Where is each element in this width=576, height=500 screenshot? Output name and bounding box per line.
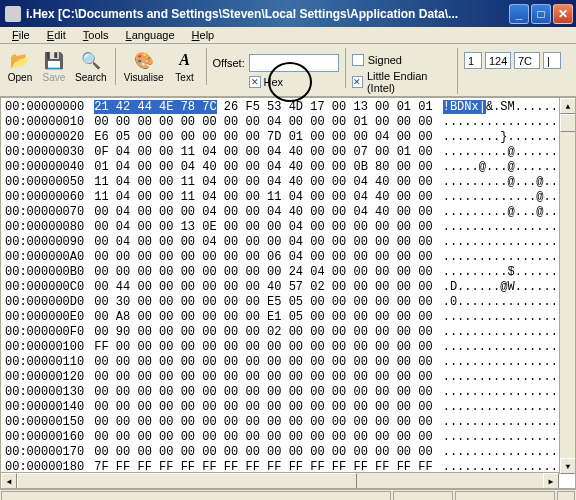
ascii-cell[interactable]: ................ xyxy=(443,445,571,460)
menu-help[interactable]: Help xyxy=(185,27,222,43)
bytes-cell[interactable]: 00 A8 00 00 00 00 00 00 E1 05 00 00 00 0… xyxy=(94,310,442,325)
bytes-cell[interactable]: 00 90 00 00 00 00 00 00 02 00 00 00 00 0… xyxy=(94,325,442,340)
bytes-cell[interactable]: 00 04 00 00 13 0E 00 00 00 04 00 00 00 0… xyxy=(94,220,442,235)
ascii-cell[interactable]: ................ xyxy=(443,250,571,265)
offset-input[interactable] xyxy=(249,54,339,72)
scroll-up-button[interactable]: ▲ xyxy=(560,98,576,114)
bytes-cell[interactable]: 00 00 00 00 00 00 00 00 00 00 00 00 00 0… xyxy=(94,445,442,460)
offset-cell: 00:000000A0 xyxy=(5,250,94,265)
scroll-right-button[interactable]: ▶ xyxy=(543,473,559,489)
ascii-cell[interactable]: .D......@W...... xyxy=(443,280,571,295)
text-button[interactable]: A Text xyxy=(170,48,200,85)
ascii-cell[interactable]: ................ xyxy=(443,385,571,400)
bytes-cell[interactable]: 00 04 00 00 00 04 00 00 00 04 00 00 00 0… xyxy=(94,235,442,250)
offset-cell: 00:000000F0 xyxy=(5,325,94,340)
ascii-cell[interactable]: ........}....... xyxy=(443,130,571,145)
search-button[interactable]: 🔍 Search xyxy=(73,48,109,85)
menu-file[interactable]: File xyxy=(5,27,37,43)
bytes-cell[interactable]: 00 00 00 00 00 00 00 00 00 00 00 00 00 0… xyxy=(94,415,442,430)
offset-cell: 00:00000150 xyxy=(5,415,94,430)
bytes-cell[interactable]: 00 30 00 00 00 00 00 00 E5 05 00 00 00 0… xyxy=(94,295,442,310)
app-icon xyxy=(5,6,21,22)
hex-checkbox-row[interactable]: ✕ Hex xyxy=(249,76,284,88)
ascii-cell[interactable]: .........@...@.. xyxy=(443,175,571,190)
num-input-3[interactable] xyxy=(514,52,540,69)
ascii-cell[interactable]: ................ xyxy=(443,235,571,250)
vertical-scrollbar[interactable]: ▲ ▼ xyxy=(559,98,575,474)
bytes-cell[interactable]: 11 04 00 00 11 04 00 00 11 04 00 00 04 4… xyxy=(94,190,442,205)
bytes-cell[interactable]: 00 00 00 00 00 00 00 00 00 00 00 00 00 0… xyxy=(94,355,442,370)
menu-edit[interactable]: Edit xyxy=(40,27,73,43)
signed-checkbox[interactable] xyxy=(352,54,364,66)
minimize-button[interactable]: _ xyxy=(509,4,529,24)
bytes-cell[interactable]: 00 00 00 00 00 00 00 00 00 00 00 00 00 0… xyxy=(94,430,442,445)
ascii-cell[interactable]: ................ xyxy=(443,430,571,445)
ascii-cell[interactable]: ................ xyxy=(443,220,571,235)
ascii-cell[interactable]: ................ xyxy=(443,370,571,385)
num-input-4[interactable] xyxy=(543,52,561,69)
bytes-cell[interactable]: 00 00 00 00 00 00 00 00 00 00 00 00 00 0… xyxy=(94,370,442,385)
offset-cell: 00:00000070 xyxy=(5,205,94,220)
ascii-cell[interactable]: ................ xyxy=(443,415,571,430)
ascii-cell[interactable]: ................ xyxy=(443,355,571,370)
signed-row[interactable]: Signed xyxy=(352,54,402,66)
signed-label: Signed xyxy=(368,54,402,66)
ascii-cell[interactable]: !BDNx|&.SM...... xyxy=(443,100,571,115)
bytes-cell[interactable]: E6 05 00 00 00 00 00 00 7D 01 00 00 00 0… xyxy=(94,130,442,145)
bytes-cell[interactable]: 0F 04 00 00 11 04 00 00 04 40 00 00 07 0… xyxy=(94,145,442,160)
bytes-cell[interactable]: FF 00 00 00 00 00 00 00 00 00 00 00 00 0… xyxy=(94,340,442,355)
ascii-cell[interactable]: ................ xyxy=(443,310,571,325)
ascii-cell[interactable]: .0.............. xyxy=(443,295,571,310)
ascii-cell[interactable]: .........@...... xyxy=(443,145,571,160)
ascii-cell[interactable]: .........$...... xyxy=(443,265,571,280)
bytes-cell[interactable]: 00 04 00 00 00 04 00 00 04 40 00 00 04 4… xyxy=(94,205,442,220)
ascii-cell[interactable]: ................ xyxy=(443,325,571,340)
le-checkbox[interactable]: ✕ xyxy=(352,76,363,88)
bytes-cell[interactable]: 00 44 00 00 00 00 00 00 40 57 02 00 00 0… xyxy=(94,280,442,295)
bytes-cell[interactable]: 00 00 00 00 00 00 00 00 00 00 00 00 00 0… xyxy=(94,385,442,400)
maximize-button[interactable]: □ xyxy=(531,4,551,24)
ascii-cell[interactable]: .........@...@.. xyxy=(443,205,571,220)
bytes-cell[interactable]: 00 00 00 00 00 00 00 00 04 00 00 00 01 0… xyxy=(94,115,442,130)
hex-checkbox[interactable]: ✕ xyxy=(249,76,261,88)
horizontal-scrollbar[interactable]: ◀ ▶ xyxy=(1,472,559,488)
open-icon: 📂 xyxy=(10,50,30,70)
close-button[interactable]: ✕ xyxy=(553,4,573,24)
status-cell-2 xyxy=(393,491,453,500)
offset-cell: 00:00000110 xyxy=(5,355,94,370)
save-label: Save xyxy=(43,72,66,83)
scroll-left-button[interactable]: ◀ xyxy=(1,473,17,489)
bytes-cell[interactable]: 21 42 44 4E 78 7C 26 F5 53 4D 17 00 13 0… xyxy=(94,100,442,115)
hex-view[interactable]: 00:0000000021 42 44 4E 78 7C 26 F5 53 4D… xyxy=(0,97,576,489)
visualise-icon: 🎨 xyxy=(134,50,154,70)
toolbar: 📂 Open 💾 Save 🔍 Search 🎨 Visualise A Tex… xyxy=(0,44,576,97)
offset-cell: 00:00000080 xyxy=(5,220,94,235)
ascii-cell[interactable]: .....@...@...... xyxy=(443,160,571,175)
num-input-1[interactable] xyxy=(464,52,482,69)
bytes-cell[interactable]: 00 00 00 00 00 00 00 00 00 00 00 00 00 0… xyxy=(94,400,442,415)
bytes-cell[interactable]: 11 04 00 00 11 04 00 00 04 40 00 00 04 4… xyxy=(94,175,442,190)
scroll-h-thumb[interactable] xyxy=(17,473,357,489)
ascii-cell[interactable]: ................ xyxy=(443,400,571,415)
save-button[interactable]: 💾 Save xyxy=(39,48,69,85)
text-icon: A xyxy=(175,50,195,70)
offset-cell: 00:00000160 xyxy=(5,430,94,445)
menu-language[interactable]: Language xyxy=(119,27,182,43)
bytes-cell[interactable]: 00 00 00 00 00 00 00 00 00 24 04 00 00 0… xyxy=(94,265,442,280)
open-button[interactable]: 📂 Open xyxy=(5,48,35,85)
bytes-cell[interactable]: 01 04 00 00 04 40 00 00 04 40 00 00 0B 8… xyxy=(94,160,442,175)
offset-cell: 00:00000170 xyxy=(5,445,94,460)
bytes-cell[interactable]: 00 00 00 00 00 00 00 00 06 04 00 00 00 0… xyxy=(94,250,442,265)
num-input-2[interactable] xyxy=(485,52,511,69)
ascii-cell[interactable]: ................ xyxy=(443,340,571,355)
le-row[interactable]: ✕ Little Endian (Intel) xyxy=(352,70,451,94)
ascii-cell[interactable]: .............@.. xyxy=(443,190,571,205)
visualise-button[interactable]: 🎨 Visualise xyxy=(122,48,166,85)
scroll-v-thumb[interactable] xyxy=(560,114,576,132)
scroll-down-button[interactable]: ▼ xyxy=(560,458,576,474)
title-bar[interactable]: i.Hex [C:\Documents and Settings\Steven\… xyxy=(0,0,576,27)
status-grip[interactable] xyxy=(557,491,575,500)
ascii-cell[interactable]: ................ xyxy=(443,115,571,130)
menu-tools[interactable]: Tools xyxy=(76,27,116,43)
offset-cell: 00:00000010 xyxy=(5,115,94,130)
